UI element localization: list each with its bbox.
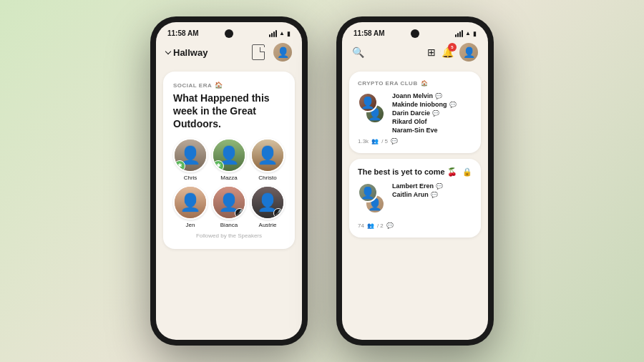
speaker-name-austrie: Austrie	[259, 222, 277, 228]
nav-bar-left: Hallway 👤	[156, 40, 302, 67]
crypto-speakers-count: / 5	[381, 138, 388, 145]
speaker-name-bianca: Bianca	[220, 222, 238, 228]
people-icon: 👥	[371, 138, 379, 145]
chat-icon-darin: 💬	[432, 110, 439, 117]
avatar-joann: 👤	[358, 92, 378, 112]
wifi-icon-right: ▲	[465, 30, 471, 36]
battery-icon: ▮	[287, 30, 291, 37]
speaker-darin: Darin Darcie 💬	[392, 109, 472, 117]
mic-icon-austrie: 🎤	[273, 208, 283, 218]
chat-icon-lambert: 💬	[436, 183, 443, 190]
private-speakers-count: / 2	[377, 222, 384, 229]
room-label-left: SOCIAL ERA 🏠	[173, 82, 285, 89]
status-time-right: 11:58 AM	[353, 29, 385, 37]
speaker-jen[interactable]: 👤 Jen	[173, 185, 208, 228]
speaker-caitlin: Caitlin Arun 💬	[392, 191, 472, 198]
private-listeners-count: 74	[358, 222, 364, 229]
right-nav-icons: ⊞ 🔔 5 👤	[427, 43, 478, 62]
crypto-speaker-names: Joann Melvin 💬 Makinde Iniobong 💬 Darin …	[392, 92, 472, 134]
status-icons-right: ▲ ▮	[455, 30, 477, 37]
left-phone: 11:58 AM ▲ ▮ Hallway 👤	[150, 16, 308, 346]
speaker-joann: Joann Melvin 💬	[392, 92, 472, 99]
chevron-down-icon	[165, 48, 171, 54]
room-title-left: What Happened this week in the Great Out…	[173, 92, 285, 131]
bell-wrapper[interactable]: 🔔 5	[441, 46, 454, 59]
room-card-left[interactable]: SOCIAL ERA 🏠 What Happened this week in …	[163, 72, 295, 249]
avatar-bianca: 👤 🎤	[212, 185, 246, 220]
house-icon: 🏠	[215, 82, 223, 89]
wifi-icon: ▲	[279, 30, 285, 36]
left-content: SOCIAL ERA 🏠 What Happened this week in …	[156, 67, 302, 340]
private-room-card[interactable]: The best is yet to come 🍒 🔒 👤 👤	[349, 159, 481, 238]
private-speakers-row: 👤 👤 Lambert Eren 💬 Caitlin Arun	[358, 182, 472, 218]
battery-icon-right: ▮	[473, 30, 477, 37]
avatar-jen: 👤	[173, 185, 208, 220]
user-avatar-left[interactable]: 👤	[273, 43, 292, 62]
crypto-era-card[interactable]: CRYPTO ERA CLUB 🏠 👤 👤 Joann M	[349, 72, 481, 153]
speaker-name-mazza: Mazza	[220, 175, 238, 181]
nav-left[interactable]: Hallway	[166, 47, 208, 58]
speaker-makinde: Makinde Iniobong 💬	[392, 101, 472, 108]
green-badge-chris: ✱	[174, 162, 183, 172]
speaker-name-jen: Jen	[186, 222, 195, 228]
user-avatar-right[interactable]: 👤	[459, 43, 478, 62]
right-content: CRYPTO ERA CLUB 🏠 👤 👤 Joann M	[342, 67, 488, 340]
speaker-name-chris: Chris	[184, 175, 197, 181]
nav-bar-right: 🔍 ⊞ 🔔 5 👤	[342, 40, 488, 67]
speaker-bianca[interactable]: 👤 🎤 Bianca	[212, 185, 246, 228]
signal-icon-right	[455, 30, 463, 37]
phone-notch-right	[411, 29, 419, 38]
speaker-rikard: Rikard Olof	[392, 118, 472, 125]
avatar-austrie: 👤 🎤	[250, 185, 285, 220]
speaker-mazza[interactable]: 👤 ✱ Mazza	[212, 138, 246, 181]
people-icon-private: 👥	[367, 222, 374, 229]
left-phone-screen: 11:58 AM ▲ ▮ Hallway 👤	[156, 22, 302, 340]
status-time-left: 11:58 AM	[167, 29, 199, 37]
stacked-avatars-private: 👤 👤	[358, 182, 386, 218]
chat-icon-joann: 💬	[435, 93, 442, 99]
private-speaker-names: Lambert Eren 💬 Caitlin Arun 💬	[392, 182, 472, 198]
crypto-speakers-row: 👤 👤 Joann Melvin 💬 Makinde Iniobong	[358, 92, 472, 134]
mic-icon-bianca: 🎤	[235, 208, 245, 218]
chat-count-icon-private: 💬	[386, 222, 394, 229]
notification-badge: 5	[448, 43, 457, 52]
speaker-lambert: Lambert Eren 💬	[392, 182, 472, 190]
green-badge-mazza: ✱	[213, 162, 222, 172]
stacked-avatars-crypto: 👤 👤	[358, 92, 386, 128]
chat-icon-caitlin: 💬	[431, 192, 438, 198]
status-icons-left: ▲ ▮	[269, 30, 291, 37]
avatar-lambert: 👤	[358, 182, 378, 202]
right-phone-screen: 11:58 AM ▲ ▮ 🔍 ⊞ 🔔 5 👤	[342, 22, 488, 340]
chat-icon-makinde: 💬	[449, 102, 457, 108]
nav-right-left: 👤	[249, 43, 292, 62]
speaker-austrie[interactable]: 👤 🎤 Austrie	[250, 185, 285, 228]
nav-title-left: Hallway	[173, 47, 208, 58]
speaker-christo[interactable]: 👤 Christo	[250, 138, 285, 181]
chat-count-icon: 💬	[391, 138, 398, 145]
avatar-chris: 👤 ✱	[173, 138, 208, 172]
lock-icon: 🔒	[462, 167, 472, 177]
followed-text: Followed by the Speakers	[173, 233, 285, 239]
speaker-naram: Naram-Sin Eve	[392, 127, 472, 134]
avatar-mazza: 👤 ✱	[212, 138, 246, 172]
speakers-grid: 👤 ✱ Chris 👤 ✱ Mazza	[173, 138, 285, 228]
private-room-title: The best is yet to come 🍒	[358, 167, 457, 177]
signal-icon	[269, 30, 277, 37]
speaker-chris[interactable]: 👤 ✱ Chris	[173, 138, 208, 181]
speaker-name-christo: Christo	[258, 175, 276, 181]
crypto-room-header: CRYPTO ERA CLUB 🏠	[358, 80, 472, 87]
crypto-stats: 1.3k 👥 / 5 💬	[358, 138, 472, 145]
right-phone: 11:58 AM ▲ ▮ 🔍 ⊞ 🔔 5 👤	[336, 16, 494, 346]
phone-notch	[225, 29, 233, 38]
grid-icon[interactable]: ⊞	[427, 47, 436, 58]
house-icon-right: 🏠	[421, 80, 429, 87]
private-room-header: The best is yet to come 🍒 🔒	[358, 167, 472, 177]
search-icon[interactable]: 🔍	[352, 47, 364, 58]
document-icon[interactable]	[249, 43, 268, 62]
avatar-christo: 👤	[250, 138, 285, 172]
crypto-listeners-count: 1.3k	[358, 138, 369, 145]
private-stats: 74 👥 / 2 💬	[358, 222, 472, 229]
